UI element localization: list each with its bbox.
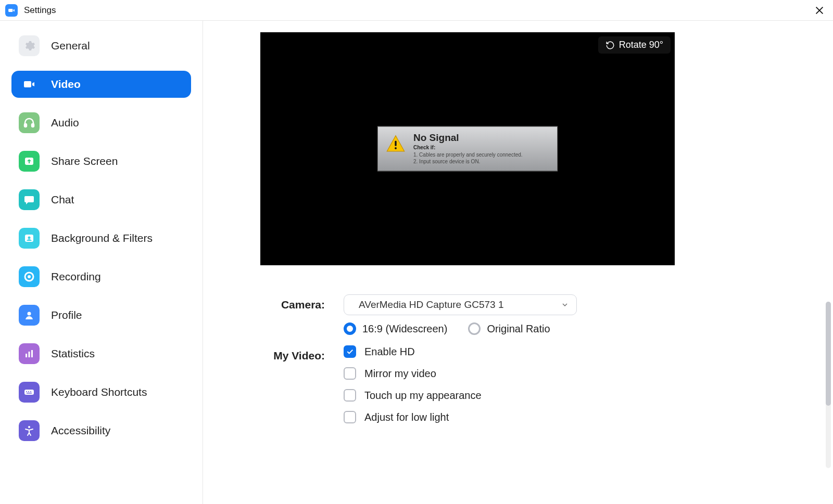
share-screen-icon [19, 151, 40, 172]
svg-rect-11 [24, 390, 34, 395]
svg-rect-15 [27, 393, 32, 394]
sidebar-item-statistics[interactable]: Statistics [11, 340, 191, 367]
checkbox-mirror-video[interactable]: Mirror my video [344, 367, 823, 380]
rotate-label: Rotate 90° [619, 40, 663, 50]
sidebar-nav: General Video Audio [11, 32, 191, 444]
svg-rect-1 [32, 124, 34, 127]
sidebar-item-label: Statistics [51, 347, 95, 360]
sidebar-item-label: Background & Filters [51, 232, 153, 244]
sidebar-item-share-screen[interactable]: Share Screen [11, 148, 191, 175]
chevron-down-icon [561, 301, 569, 309]
my-video-row: My Video: Enable HD Mirror my [260, 345, 823, 423]
sidebar-item-keyboard-shortcuts[interactable]: Keyboard Shortcuts [11, 379, 191, 406]
titlebar: Settings [0, 0, 833, 21]
sidebar-item-label: Audio [51, 117, 79, 129]
keyboard-icon [19, 382, 40, 403]
svg-rect-0 [24, 124, 27, 127]
my-video-options: Enable HD Mirror my video Touch up my ap… [344, 345, 823, 423]
checkbox-indicator [344, 367, 356, 380]
svg-rect-10 [31, 350, 33, 357]
svg-point-7 [28, 312, 31, 316]
svg-rect-9 [29, 352, 30, 357]
camera-label: Camera: [260, 294, 344, 311]
recording-icon [19, 266, 40, 287]
sidebar-item-profile[interactable]: Profile [11, 302, 191, 329]
no-signal-line1: 1. Cables are properly and securely conn… [413, 151, 523, 158]
background-icon [19, 228, 40, 249]
settings-window: Settings General Video [0, 0, 833, 504]
radio-label: Original Ratio [487, 323, 550, 335]
my-video-label: My Video: [260, 345, 344, 362]
rotate-icon [605, 41, 615, 50]
sidebar-item-accessibility[interactable]: Accessibility [11, 417, 191, 444]
svg-rect-12 [26, 391, 27, 392]
radio-indicator [468, 322, 481, 335]
checkbox-label: Adjust for low light [364, 411, 449, 423]
window-body: General Video Audio [0, 21, 833, 504]
checkbox-low-light[interactable]: Adjust for low light [344, 411, 823, 423]
sidebar-item-label: Share Screen [51, 155, 118, 167]
sidebar-item-chat[interactable]: Chat [11, 186, 191, 213]
svg-rect-14 [30, 391, 31, 392]
video-preview: Rotate 90° No Signal Check if: 1. Cables… [260, 32, 675, 265]
sidebar-item-recording[interactable]: Recording [11, 263, 191, 290]
radio-indicator [344, 322, 356, 335]
sidebar-item-audio[interactable]: Audio [11, 109, 191, 136]
sidebar-item-label: Keyboard Shortcuts [51, 386, 147, 398]
sidebar-item-label: Chat [51, 193, 74, 206]
checkbox-indicator [344, 345, 356, 358]
radio-original-ratio[interactable]: Original Ratio [468, 322, 550, 335]
profile-icon [19, 305, 40, 326]
sidebar-item-video[interactable]: Video [11, 71, 191, 98]
svg-rect-17 [395, 141, 396, 146]
no-signal-subtitle: Check if: [413, 145, 523, 150]
zoom-app-icon [5, 4, 18, 17]
checkbox-indicator [344, 411, 356, 423]
no-signal-line2: 2. Input source device is ON. [413, 158, 523, 165]
svg-point-18 [395, 147, 397, 149]
no-signal-title: No Signal [413, 132, 523, 144]
window-title: Settings [24, 5, 56, 16]
checkbox-label: Mirror my video [364, 368, 436, 380]
content-pane: Rotate 90° No Signal Check if: 1. Cables… [203, 21, 833, 504]
svg-rect-13 [28, 391, 29, 392]
svg-point-6 [28, 275, 31, 278]
sidebar-item-label: General [51, 40, 90, 52]
camera-select[interactable]: AVerMedia HD Capture GC573 1 [344, 294, 577, 315]
content-scrollbar[interactable] [826, 302, 831, 468]
checkbox-touch-up[interactable]: Touch up my appearance [344, 389, 823, 402]
sidebar-item-label: Recording [51, 270, 101, 283]
rotate-90-button[interactable]: Rotate 90° [598, 36, 671, 54]
scrollbar-thumb[interactable] [826, 302, 831, 406]
chat-icon [19, 189, 40, 210]
svg-point-16 [28, 426, 30, 428]
warning-icon [385, 134, 406, 155]
close-button[interactable] [812, 3, 827, 18]
no-signal-text: No Signal Check if: 1. Cables are proper… [413, 132, 523, 165]
checkbox-label: Touch up my appearance [364, 390, 482, 402]
sidebar: General Video Audio [0, 21, 203, 504]
gear-icon [19, 35, 40, 56]
video-settings-form: Camera: AVerMedia HD Capture GC573 1 16:… [260, 294, 823, 423]
sidebar-item-label: Accessibility [51, 424, 110, 437]
radio-16-9[interactable]: 16:9 (Widescreen) [344, 322, 447, 335]
video-icon [19, 74, 40, 95]
camera-selected-value: AVerMedia HD Capture GC573 1 [359, 299, 503, 311]
sidebar-item-background-filters[interactable]: Background & Filters [11, 225, 191, 252]
sidebar-item-label: Profile [51, 309, 82, 321]
aspect-ratio-group: 16:9 (Widescreen) Original Ratio [344, 322, 823, 335]
radio-label: 16:9 (Widescreen) [362, 323, 447, 335]
svg-point-4 [28, 237, 31, 239]
accessibility-icon [19, 420, 40, 441]
checkbox-indicator [344, 389, 356, 402]
no-signal-overlay: No Signal Check if: 1. Cables are proper… [377, 126, 558, 172]
checkbox-label: Enable HD [364, 346, 415, 358]
checkbox-enable-hd[interactable]: Enable HD [344, 345, 823, 358]
sidebar-item-general[interactable]: General [11, 32, 191, 59]
headphones-icon [19, 112, 40, 133]
sidebar-item-label: Video [51, 78, 81, 91]
svg-rect-8 [26, 354, 27, 357]
statistics-icon [19, 343, 40, 364]
camera-row: Camera: AVerMedia HD Capture GC573 1 16:… [260, 294, 823, 335]
